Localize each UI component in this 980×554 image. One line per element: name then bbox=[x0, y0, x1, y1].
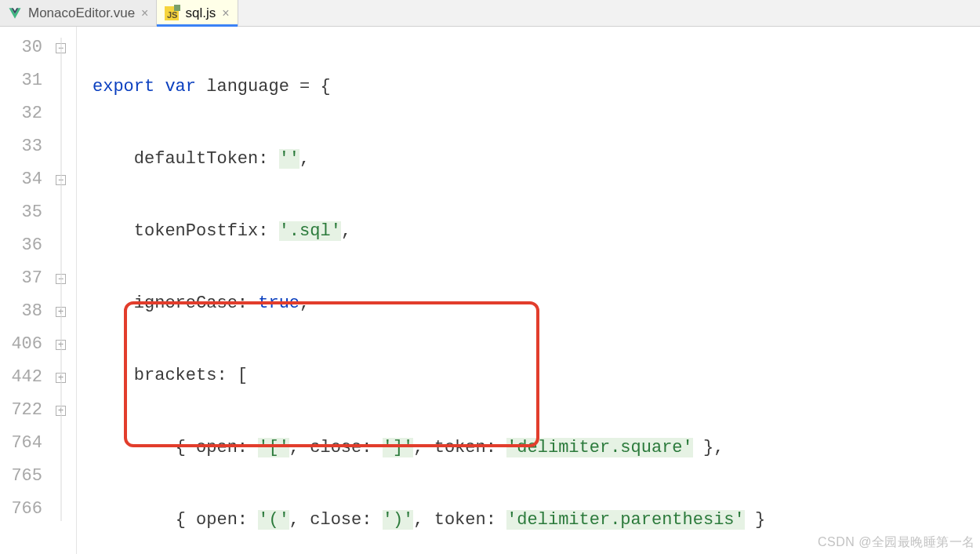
vue-icon bbox=[8, 6, 22, 20]
fold-gutter: − − − + + + + bbox=[45, 27, 77, 554]
close-icon[interactable]: × bbox=[141, 6, 148, 20]
line-number-gutter: 30 31 32 33 34 35 36 37 38 406 442 722 7… bbox=[0, 27, 45, 554]
tab-sql-js[interactable]: JS sql.js × bbox=[157, 0, 238, 26]
code-line[interactable]: brackets: [ bbox=[77, 359, 980, 392]
code-line[interactable]: tokenPostfix: '.sql', bbox=[77, 215, 980, 248]
code-area[interactable]: export var language = { defaultToken: ''… bbox=[77, 27, 980, 554]
line-number: 37 bbox=[0, 262, 45, 295]
line-number: 764 bbox=[0, 427, 45, 460]
line-number: 30 bbox=[0, 31, 45, 64]
close-icon[interactable]: × bbox=[222, 6, 229, 20]
tab-monaco-editor[interactable]: MonacoEditor.vue × bbox=[0, 0, 157, 26]
line-number: 36 bbox=[0, 229, 45, 262]
code-line[interactable]: defaultToken: '', bbox=[77, 143, 980, 176]
line-number: 32 bbox=[0, 97, 45, 130]
line-number: 765 bbox=[0, 460, 45, 493]
watermark-text: CSDN @全园最晚睡第一名 bbox=[818, 534, 975, 551]
code-line[interactable]: ignoreCase: true, bbox=[77, 287, 980, 320]
line-number: 35 bbox=[0, 196, 45, 229]
line-number: 442 bbox=[0, 361, 45, 394]
code-line[interactable]: { open: '[', close: ']', token: 'delimit… bbox=[77, 432, 980, 465]
js-icon: JS bbox=[165, 6, 179, 20]
line-number: 34 bbox=[0, 163, 45, 196]
tab-label: MonacoEditor.vue bbox=[28, 5, 135, 21]
line-number: 31 bbox=[0, 64, 45, 97]
code-line[interactable]: export var language = { bbox=[77, 71, 980, 104]
code-editor[interactable]: 30 31 32 33 34 35 36 37 38 406 442 722 7… bbox=[0, 27, 980, 554]
line-number: 406 bbox=[0, 328, 45, 361]
line-number: 722 bbox=[0, 394, 45, 427]
tab-label: sql.js bbox=[185, 5, 216, 21]
line-number: 38 bbox=[0, 295, 45, 328]
code-line[interactable]: { open: '(', close: ')', token: 'delimit… bbox=[77, 504, 980, 537]
tab-bar: MonacoEditor.vue × JS sql.js × bbox=[0, 0, 980, 27]
line-number: 766 bbox=[0, 493, 45, 526]
line-number: 33 bbox=[0, 130, 45, 163]
